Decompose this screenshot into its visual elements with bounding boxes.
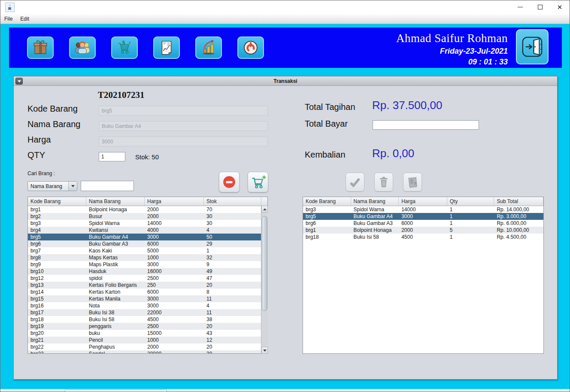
table-cell: 22000	[145, 309, 204, 316]
table-cell: Pencil	[86, 337, 145, 343]
frame-menu-button[interactable]	[15, 78, 23, 85]
combobox-value: Nama Barang	[28, 183, 68, 189]
table-cell: 30	[204, 220, 261, 227]
kembalian-value: Rp. 0,00	[372, 147, 414, 160]
table-cell: 2000	[145, 213, 204, 220]
add-to-cart-button[interactable]	[248, 172, 268, 192]
table-row[interactable]: brg1Bolpoint Honaga20005Rp. 10.000,00	[303, 227, 543, 234]
table-row[interactable]: brg3Spidol Warna1400030	[28, 220, 267, 227]
menu-file[interactable]: File	[0, 15, 16, 23]
scroll-down-button[interactable]	[261, 347, 268, 354]
table-row[interactable]: brg5Buku Gambar A430001Rp. 3.000,00	[303, 213, 543, 220]
frame-titlebar[interactable]: Transaksi	[14, 76, 557, 86]
table-row[interactable]: brg10Hasduk1600049	[28, 268, 267, 275]
logout-button[interactable]	[516, 29, 549, 64]
table-cell: 11	[204, 295, 261, 302]
print-receipt-button[interactable]: $	[403, 173, 422, 191]
table-cell: brg1	[28, 206, 86, 213]
receipt-icon: $	[405, 175, 420, 189]
table-cell: 4500	[145, 316, 204, 323]
maximize-button[interactable]	[530, 0, 550, 14]
triangle-up-icon	[263, 208, 267, 210]
table-row[interactable]: brg13Kertas Folio Bergaris25020	[28, 282, 267, 289]
table-row[interactable]: brg15Kertas Manila300011	[28, 295, 267, 302]
table-row[interactable]: brg18Buku Isi 58450038	[28, 316, 267, 323]
qty-field[interactable]	[99, 152, 125, 161]
table-row[interactable]: brg7Kaos Kaki50001	[28, 247, 267, 254]
kode-barang-label: Kode Barang	[27, 104, 78, 114]
table-cell: brg6	[28, 240, 86, 247]
search-filter-combobox[interactable]: Nama Barang	[27, 181, 77, 191]
scroll-up-button[interactable]	[261, 206, 268, 213]
table-row[interactable]: brg19penggaris250020	[28, 323, 267, 330]
table-row[interactable]: brg22Penghapus200020	[28, 343, 267, 350]
table-cell: brg18	[303, 234, 351, 240]
table-cell: brg21	[28, 337, 86, 343]
table-cell: Bolpoint Honaga	[351, 227, 399, 234]
sales-button[interactable]: $	[111, 36, 138, 59]
table-row[interactable]: brg1Bolpoint Honaga200070	[28, 206, 267, 213]
table-row[interactable]: brg5Buku Gambar A4300050	[28, 234, 267, 240]
os-titlebar: ✕	[0, 0, 570, 14]
combobox-arrow-button[interactable]	[68, 182, 77, 191]
table-row[interactable]: brg17Buku Isi 382200011	[28, 309, 267, 316]
nama-barang-field[interactable]	[99, 121, 268, 131]
table-row[interactable]: brg6Buku Gambar A360001Rp. 6.000,00	[303, 220, 543, 227]
table-row[interactable]: brg14Kertas Karton60008	[28, 289, 267, 295]
table-row[interactable]: brg18Buku Isi 5845001Rp. 4.500,00	[303, 234, 543, 240]
table-row[interactable]: brg8Maps Kertas100032	[28, 254, 267, 261]
clear-cart-button[interactable]	[374, 173, 393, 191]
stok-label: Stok: 50	[135, 153, 159, 161]
table-row[interactable]: brg21Pencil100012	[28, 337, 267, 343]
table-cell: 4	[204, 227, 261, 234]
trash-icon	[377, 175, 391, 189]
table-cell: Spidol Warna	[86, 220, 145, 227]
table-cell: brg9	[28, 261, 86, 268]
minimize-button[interactable]	[510, 0, 530, 14]
ide-output-tab[interactable]: Output - clokal (run) ×	[65, 389, 167, 392]
search-input[interactable]	[81, 181, 134, 191]
table-cell: brg3	[28, 220, 86, 227]
table-row[interactable]: brg4Kwitansi40004	[28, 227, 267, 234]
table-cell: 50	[204, 234, 261, 240]
gift-button[interactable]	[27, 36, 54, 59]
customers-button[interactable]	[69, 36, 96, 59]
close-button[interactable]: ✕	[550, 0, 570, 14]
statistics-button[interactable]	[195, 36, 222, 59]
report-button[interactable]	[153, 36, 180, 59]
table-cell: Buku Gambar A4	[86, 234, 145, 240]
report-icon	[158, 39, 176, 57]
products-table-scrollbar[interactable]	[261, 206, 268, 354]
table-row[interactable]: brg23Sendal2000030	[28, 350, 267, 354]
column-header[interactable]: Qty	[447, 197, 494, 206]
table-row[interactable]: brg6Buku Gambar A3600029	[28, 240, 267, 247]
table-row[interactable]: brg16Nota30004	[28, 302, 267, 309]
column-header[interactable]: Harga	[399, 197, 447, 206]
power-button[interactable]	[237, 36, 264, 59]
column-header[interactable]: Kode Barang	[28, 197, 86, 206]
user-info: Ahmad Saifur Rohman Friday-23-Jul-2021 0…	[396, 32, 508, 67]
table-row[interactable]: brg9Maps Plastik30009	[28, 261, 267, 268]
column-header[interactable]: Sub Total	[494, 197, 543, 206]
table-row[interactable]: brg2Busur200030	[28, 213, 267, 220]
table-cell: brg7	[28, 247, 86, 254]
gift-icon	[31, 39, 49, 57]
harga-field[interactable]	[99, 137, 268, 146]
scrollbar-thumb[interactable]	[262, 216, 267, 311]
column-header[interactable]: Harga	[145, 197, 204, 206]
column-header[interactable]: Nama Barang	[351, 197, 399, 206]
menu-edit[interactable]: Edit	[16, 15, 33, 23]
kode-barang-field[interactable]	[99, 106, 268, 115]
total-bayar-input[interactable]	[373, 120, 479, 130]
transaction-id: T202107231	[98, 90, 145, 100]
table-row[interactable]: brg3Spidol Warna140001Rp. 14.000,00	[303, 206, 543, 213]
table-row[interactable]: brg20buku1500043	[28, 330, 267, 337]
column-header[interactable]: Stok	[204, 197, 261, 206]
remove-item-button[interactable]	[219, 172, 240, 192]
table-row[interactable]: brg12spidol250047	[28, 275, 267, 282]
confirm-button[interactable]	[346, 173, 364, 191]
column-header[interactable]: Nama Barang	[86, 197, 145, 206]
column-header[interactable]: Kode Barang	[303, 197, 351, 206]
table-cell: Rp. 4.500,00	[494, 234, 543, 240]
table-cell: 1	[447, 234, 494, 240]
